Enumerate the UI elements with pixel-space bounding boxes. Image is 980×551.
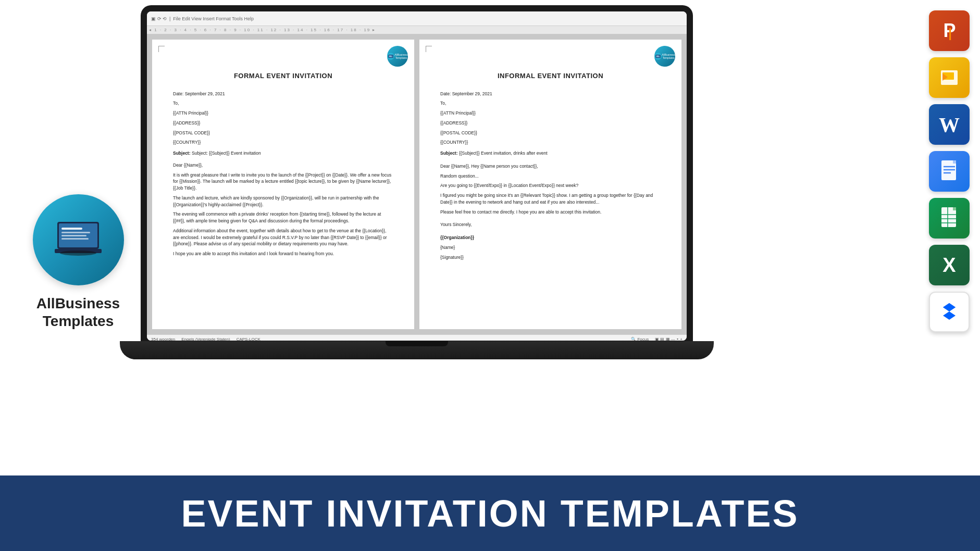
laptop-notch	[386, 341, 448, 346]
bottom-banner: EVENT INVITATION TEMPLATES	[0, 475, 980, 551]
informal-salutation: Dear {{Name}}, Hey {{Name person you con…	[440, 163, 661, 170]
informal-attn: {{ATTN Principal}}	[440, 110, 661, 117]
svg-rect-16	[656, 56, 659, 56]
formal-body: Date: September 29, 2021 To, {{ATTN Prin…	[173, 91, 393, 257]
brand-logo	[33, 194, 124, 285]
informal-signature: {Signature}}	[440, 254, 661, 261]
svg-rect-33	[953, 207, 956, 210]
svg-rect-11	[389, 56, 392, 56]
laptop-screen: ▣ ⟳ ⟲ | File Edit View Insert Format Too…	[147, 11, 687, 341]
view-icons: ▣ ▤ ▦ — ∘ +	[655, 337, 683, 341]
formal-address: {{ADDRESS}}	[173, 120, 393, 127]
formal-date: Date: September 29, 2021	[173, 91, 393, 97]
formal-postal: {{POSTAL CODE}}	[173, 130, 393, 136]
svg-rect-26	[953, 160, 956, 164]
svg-rect-4	[61, 234, 86, 236]
word-icon[interactable]: W	[929, 104, 970, 145]
informal-body2: I figured you might be going since it's …	[440, 192, 661, 206]
informal-org: {{Organization}}	[440, 234, 661, 241]
powerpoint-icon[interactable]: P |	[929, 10, 970, 51]
formal-attn: {{ATTN Principal}}	[173, 110, 393, 117]
caps-lock: CAPS-LOCK	[237, 337, 260, 341]
svg-point-7	[60, 250, 96, 255]
informal-invitation-page: AllBusinessTemplates INFORMAL EVENT INVI…	[419, 40, 681, 329]
laptop-bezel: ▣ ⟳ ⟲ | File Edit View Insert Format Too…	[141, 5, 693, 344]
focus-mode: 🔍 Focus	[631, 337, 649, 341]
laptop-outer: ▣ ⟳ ⟲ | File Edit View Insert Format Too…	[141, 5, 693, 359]
status-bar: 354 woorden Engels (Verenigde Staten) CA…	[147, 334, 687, 341]
svg-rect-15	[656, 55, 660, 58]
word-count: 354 woorden	[151, 337, 175, 341]
informal-to: To,	[440, 100, 661, 107]
formal-invitation-page: AllBusinessTemplates FORMAL EVENT INVITA…	[152, 40, 414, 329]
banner-text: EVENT INVITATION TEMPLATES	[181, 492, 799, 535]
svg-rect-12	[389, 56, 392, 57]
language: Engels (Verenigde Staten)	[181, 337, 230, 341]
brand-area: AllBusiness Templates	[16, 194, 141, 330]
informal-random: Random question...	[440, 173, 661, 180]
informal-date: Date: September 29, 2021	[440, 91, 661, 97]
ruler-bar: ◂ 1 · 2 · 3 · 4 · 5 · 6 · 7 · 8 · 9 · 10…	[147, 26, 687, 34]
informal-country: {{COUNTRY}}	[440, 139, 661, 146]
formal-body5: I hope you are able to accept this invit…	[173, 251, 393, 257]
svg-rect-2	[61, 227, 82, 229]
formal-country: {{COUNTRY}}	[173, 139, 393, 146]
formal-salutation: Dear {{Name}},	[173, 162, 393, 169]
toolbar-text: ▣ ⟳ ⟲ | File Edit View Insert Format Too…	[151, 16, 254, 21]
informal-body: Date: September 29, 2021 To, {{ATTN Prin…	[440, 91, 661, 261]
google-slides-icon[interactable]	[929, 57, 970, 98]
formal-body3: The evening will commence with a private…	[173, 211, 393, 224]
corner-mark-formal	[158, 46, 165, 52]
laptop-base	[120, 341, 714, 359]
ruler-marks: ◂ 1 · 2 · 3 · 4 · 5 · 6 · 7 · 8 · 9 · 10…	[149, 28, 376, 32]
google-sheets-icon[interactable]	[929, 198, 970, 239]
svg-rect-5	[61, 237, 89, 239]
word-toolbar: ▣ ⟳ ⟲ | File Edit View Insert Format Too…	[147, 11, 687, 26]
informal-title: INFORMAL EVENT INVITATION	[440, 71, 661, 81]
svg-marker-35	[943, 303, 956, 311]
svg-rect-3	[61, 231, 90, 233]
brand-name: AllBusiness Templates	[36, 295, 120, 330]
excel-icon[interactable]: X	[929, 245, 970, 285]
informal-address: {{ADDRESS}}	[440, 120, 661, 127]
doc-logo-formal: AllBusinessTemplates	[387, 46, 408, 67]
laptop-area: ▣ ⟳ ⟲ | File Edit View Insert Format Too…	[141, 5, 693, 370]
right-icons-area: P | W	[929, 10, 970, 332]
svg-rect-10	[389, 55, 393, 58]
informal-closing: Yours Sincerely,	[440, 221, 661, 228]
formal-to: To,	[173, 100, 393, 107]
informal-body1: Are you going to {{Event/Expo}} in {{Loc…	[440, 182, 661, 189]
corner-mark-informal	[426, 46, 432, 52]
informal-subject: Subject: {{Subject}} Event invitation, d…	[440, 150, 661, 157]
formal-body1: It is with great pleasure that I write t…	[173, 172, 393, 192]
svg-rect-17	[656, 56, 660, 57]
document-area: AllBusinessTemplates FORMAL EVENT INVITA…	[147, 34, 687, 334]
informal-postal: {{POSTAL CODE}}	[440, 130, 661, 136]
formal-title: FORMAL EVENT INVITATION	[173, 71, 393, 81]
formal-body2: The launch and lecture, which are kindly…	[173, 195, 393, 208]
formal-body4: Additional information about the event, …	[173, 228, 393, 247]
formal-subject: Subject: Subject: {{Subject}} Event invi…	[173, 150, 393, 157]
informal-body3: Please feel free to contact me directly.…	[440, 209, 661, 216]
informal-name: {Name}	[440, 244, 661, 251]
doc-logo-informal: AllBusinessTemplates	[654, 46, 675, 67]
google-docs-icon[interactable]	[929, 151, 970, 192]
dropbox-icon[interactable]	[929, 292, 970, 332]
